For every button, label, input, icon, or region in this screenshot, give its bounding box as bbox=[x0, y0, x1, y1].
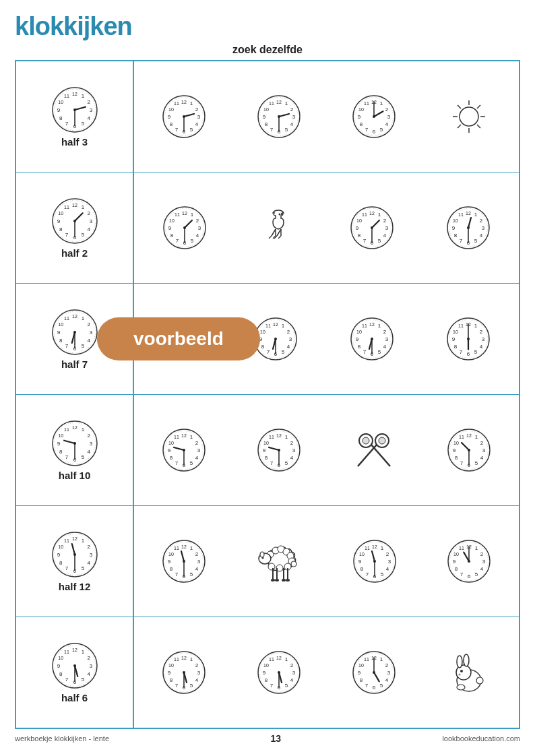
svg-text:7: 7 bbox=[65, 676, 68, 683]
svg-text:12: 12 bbox=[182, 211, 187, 216]
svg-line-1225 bbox=[387, 546, 388, 547]
svg-point-1598 bbox=[457, 685, 465, 690]
svg-text:3: 3 bbox=[385, 336, 389, 342]
svg-text:12: 12 bbox=[369, 322, 375, 327]
svg-line-446 bbox=[357, 241, 358, 241]
svg-line-321 bbox=[62, 204, 63, 205]
svg-text:7: 7 bbox=[365, 127, 369, 133]
svg-line-1545 bbox=[387, 658, 387, 658]
svg-text:9: 9 bbox=[263, 114, 266, 120]
svg-line-788 bbox=[457, 323, 458, 324]
svg-line-966 bbox=[266, 464, 267, 465]
svg-line-221 bbox=[389, 127, 390, 128]
svg-line-282 bbox=[86, 204, 87, 205]
svg-line-913 bbox=[168, 439, 169, 439]
svg-point-1205 bbox=[286, 579, 290, 581]
svg-line-447 bbox=[356, 239, 356, 239]
svg-point-594 bbox=[73, 331, 76, 334]
clock-3-3: 121234567891011 bbox=[446, 427, 492, 473]
svg-line-347 bbox=[197, 213, 198, 214]
svg-text:3: 3 bbox=[385, 225, 389, 231]
svg-line-120 bbox=[172, 101, 173, 102]
svg-point-466 bbox=[371, 226, 373, 229]
svg-line-902 bbox=[171, 464, 172, 465]
svg-line-1390 bbox=[61, 650, 61, 651]
svg-point-127 bbox=[183, 115, 185, 118]
clock-0-0: 121234567891011 bbox=[161, 94, 207, 139]
svg-text:5: 5 bbox=[474, 349, 477, 355]
svg-text:7: 7 bbox=[365, 683, 369, 689]
svg-line-385 bbox=[173, 212, 174, 213]
svg-line-397 bbox=[277, 229, 281, 236]
svg-line-82 bbox=[197, 102, 197, 102]
svg-text:7: 7 bbox=[363, 349, 367, 355]
svg-line-1141 bbox=[198, 548, 199, 549]
clock-3-0: 121234567891011 bbox=[161, 427, 207, 473]
svg-line-1353 bbox=[88, 650, 89, 651]
svg-line-236 bbox=[358, 127, 358, 128]
svg-line-297 bbox=[86, 237, 87, 238]
svg-text:11: 11 bbox=[364, 101, 369, 106]
svg-line-1261 bbox=[360, 548, 361, 549]
svg-line-658 bbox=[261, 326, 262, 327]
svg-line-360 bbox=[197, 242, 198, 243]
svg-line-283 bbox=[88, 206, 89, 206]
svg-text:4: 4 bbox=[195, 566, 199, 572]
svg-text:7: 7 bbox=[175, 127, 179, 133]
svg-line-108 bbox=[168, 127, 169, 128]
svg-text:2: 2 bbox=[480, 551, 484, 557]
svg-text:12: 12 bbox=[276, 100, 282, 104]
svg-text:9: 9 bbox=[356, 336, 359, 342]
svg-text:9: 9 bbox=[263, 447, 266, 453]
svg-text:8: 8 bbox=[170, 232, 174, 239]
svg-line-1176 bbox=[169, 548, 170, 549]
svg-line-170 bbox=[266, 131, 267, 131]
svg-text:11: 11 bbox=[459, 435, 464, 439]
svg-text:2: 2 bbox=[480, 440, 483, 446]
svg-line-1175 bbox=[168, 550, 168, 550]
svg-text:2: 2 bbox=[383, 329, 387, 335]
svg-text:12: 12 bbox=[273, 322, 278, 327]
svg-line-1023 bbox=[484, 461, 484, 462]
svg-line-956 bbox=[290, 466, 291, 466]
svg-text:11: 11 bbox=[269, 101, 274, 106]
svg-text:4: 4 bbox=[87, 338, 90, 344]
svg-line-1140 bbox=[197, 546, 197, 547]
svg-text:12: 12 bbox=[72, 536, 77, 541]
svg-line-851 bbox=[61, 428, 61, 429]
svg-line-1376 bbox=[62, 682, 63, 683]
svg-line-724 bbox=[360, 323, 361, 324]
svg-text:9: 9 bbox=[168, 114, 171, 120]
svg-line-1582 bbox=[360, 658, 361, 658]
svg-line-1355 bbox=[91, 654, 92, 654]
svg-line-484 bbox=[479, 212, 480, 213]
footer-center: 13 bbox=[270, 733, 281, 744]
svg-text:11: 11 bbox=[365, 546, 370, 550]
svg-line-1303 bbox=[480, 577, 481, 577]
svg-line-1025 bbox=[481, 464, 482, 465]
svg-line-914 bbox=[170, 437, 170, 438]
svg-line-1379 bbox=[57, 678, 58, 679]
svg-line-967 bbox=[265, 463, 265, 464]
label-cell-5: 121234567891011half 6 bbox=[16, 617, 134, 728]
svg-text:10: 10 bbox=[359, 552, 365, 557]
svg-line-1100 bbox=[61, 569, 61, 570]
clock-5-1: 121234567891011 bbox=[256, 650, 302, 695]
svg-text:9: 9 bbox=[57, 218, 60, 224]
svg-point-923 bbox=[183, 449, 185, 451]
svg-text:9: 9 bbox=[356, 225, 359, 231]
label-clock-1: 121234567891011 bbox=[51, 197, 99, 245]
svg-line-53 bbox=[57, 98, 58, 98]
svg-line-457 bbox=[357, 215, 358, 216]
svg-line-384 bbox=[172, 213, 172, 214]
svg-text:9: 9 bbox=[168, 670, 171, 676]
svg-line-1013 bbox=[482, 437, 483, 438]
svg-text:1: 1 bbox=[285, 656, 288, 662]
svg-text:4: 4 bbox=[87, 449, 90, 455]
svg-line-83 bbox=[198, 104, 199, 104]
svg-line-698 bbox=[386, 352, 387, 352]
svg-line-1431 bbox=[195, 688, 196, 689]
svg-text:5: 5 bbox=[380, 127, 383, 133]
svg-text:4: 4 bbox=[383, 232, 387, 239]
svg-line-1391 bbox=[62, 649, 63, 650]
